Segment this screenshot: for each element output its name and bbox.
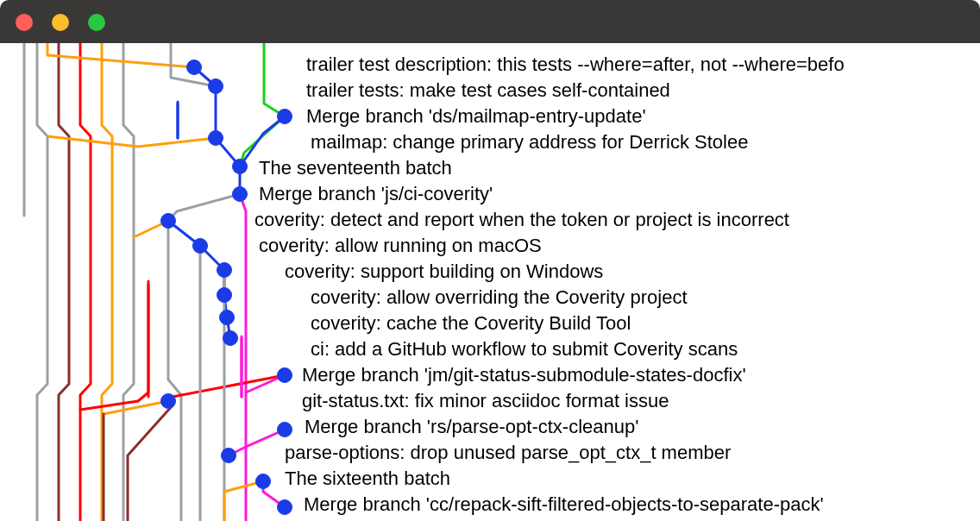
commit-row[interactable]: coverity: allow overriding the Coverity …: [0, 285, 980, 311]
commit-row[interactable]: coverity: cache the Coverity Build Tool: [0, 311, 980, 336]
minimize-icon[interactable]: [52, 14, 69, 31]
content-area: trailer test description: this tests --w…: [0, 43, 980, 521]
commit-row[interactable]: Merge branch 'ds/mailmap-entry-update': [0, 104, 980, 129]
commit-message: git-status.txt: fix minor asciidoc forma…: [0, 390, 669, 412]
titlebar: [0, 0, 980, 43]
commit-row[interactable]: Merge branch 'jm/git-status-submodule-st…: [0, 362, 980, 388]
commit-message: coverity: support building on Windows: [0, 260, 603, 283]
zoom-icon[interactable]: [88, 14, 105, 31]
commit-message: Merge branch 'cc/repack-sift-filtered-ob…: [0, 493, 824, 516]
commit-row[interactable]: coverity: detect and report when the tok…: [0, 207, 980, 233]
window-controls: [16, 14, 105, 31]
commit-row[interactable]: trailer test description: this tests --w…: [0, 52, 980, 78]
commit-message: coverity: cache the Coverity Build Tool: [0, 312, 631, 335]
commit-row[interactable]: git-status.txt: fix minor asciidoc forma…: [0, 388, 980, 414]
commit-message: The sixteenth batch: [0, 468, 450, 490]
close-icon[interactable]: [16, 14, 33, 31]
commit-list[interactable]: trailer test description: this tests --w…: [0, 43, 980, 521]
commit-message: Merge branch 'jm/git-status-submodule-st…: [0, 364, 746, 386]
commit-message: Merge branch 'js/ci-coverity': [0, 183, 493, 205]
commit-message: Merge branch 'ds/mailmap-entry-update': [0, 105, 646, 128]
commit-row[interactable]: ci: add a GitHub workflow to submit Cove…: [0, 336, 980, 362]
commit-row[interactable]: mailmap: change primary address for Derr…: [0, 129, 980, 155]
commit-message: trailer test description: this tests --w…: [0, 53, 845, 76]
commit-message: trailer tests: make test cases self-cont…: [0, 79, 670, 102]
commit-row[interactable]: coverity: allow running on macOS: [0, 233, 980, 259]
commit-row[interactable]: The seventeenth batch: [0, 155, 980, 181]
commit-message: The seventeenth batch: [0, 157, 452, 179]
commit-message: parse-options: drop unused parse_opt_ctx…: [0, 442, 731, 464]
commit-row[interactable]: Merge branch 'rs/parse-opt-ctx-cleanup': [0, 414, 980, 440]
commit-row[interactable]: trailer tests: make test cases self-cont…: [0, 78, 980, 104]
commit-message: mailmap: change primary address for Derr…: [0, 131, 748, 154]
commit-row[interactable]: Merge branch 'cc/repack-sift-filtered-ob…: [0, 492, 980, 518]
commit-message: ci: add a GitHub workflow to submit Cove…: [0, 338, 738, 361]
commit-row[interactable]: The sixteenth batch: [0, 466, 980, 492]
commit-row[interactable]: Merge branch 'js/ci-coverity': [0, 181, 980, 207]
commit-message: coverity: allow overriding the Coverity …: [0, 286, 688, 309]
commit-row[interactable]: coverity: support building on Windows: [0, 259, 980, 285]
commit-message: Merge branch 'rs/parse-opt-ctx-cleanup': [0, 416, 638, 438]
commit-row[interactable]: parse-options: drop unused parse_opt_ctx…: [0, 440, 980, 466]
commit-message: coverity: allow running on macOS: [0, 235, 542, 257]
git-log-window: trailer test description: this tests --w…: [0, 0, 980, 521]
commit-message: coverity: detect and report when the tok…: [0, 209, 789, 231]
